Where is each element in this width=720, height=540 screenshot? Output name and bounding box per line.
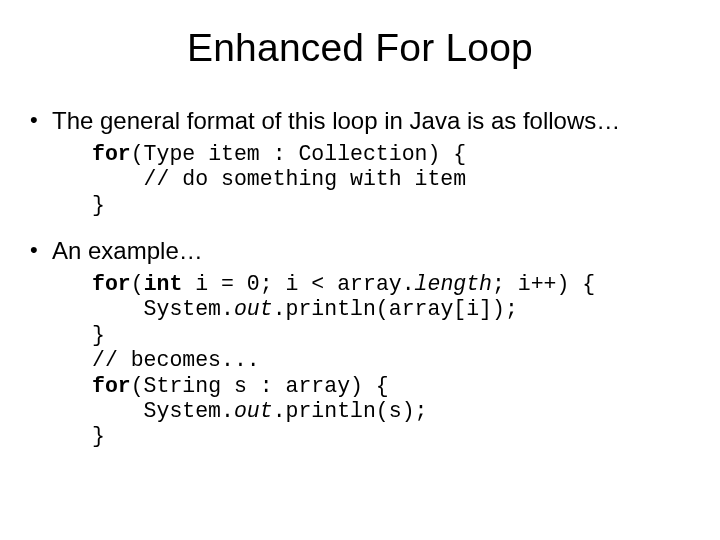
field-out: out: [234, 399, 273, 423]
code-text: (String s : array) {: [131, 374, 389, 398]
code-text: System.: [92, 399, 234, 423]
keyword-for: for: [92, 272, 131, 296]
bullet-example: An example…: [28, 236, 692, 266]
bullet-list: An example…: [28, 236, 692, 266]
field-length: length: [415, 272, 492, 296]
code-text: .println(s);: [273, 399, 428, 423]
code-text: // do something with item: [92, 167, 466, 191]
field-out: out: [234, 297, 273, 321]
code-text: (: [131, 272, 144, 296]
code-text: .println(array[i]);: [273, 297, 518, 321]
code-text: }: [92, 424, 105, 448]
code-text: }: [92, 193, 105, 217]
slide-title: Enhanced For Loop: [28, 26, 692, 70]
slide: Enhanced For Loop The general format of …: [0, 0, 720, 540]
code-text: (Type item : Collection) {: [131, 142, 466, 166]
code-text: }: [92, 323, 105, 347]
code-block-syntax: for(Type item : Collection) { // do some…: [92, 142, 692, 218]
code-comment: // becomes...: [92, 348, 260, 372]
keyword-for: for: [92, 142, 131, 166]
bullet-list: The general format of this loop in Java …: [28, 106, 692, 136]
keyword-for: for: [92, 374, 131, 398]
code-block-example: for(int i = 0; i < array.length; i++) { …: [92, 272, 692, 450]
keyword-int: int: [144, 272, 183, 296]
bullet-general-format: The general format of this loop in Java …: [28, 106, 692, 136]
code-text: ; i++) {: [492, 272, 595, 296]
code-text: i = 0; i < array.: [182, 272, 414, 296]
code-text: System.: [92, 297, 234, 321]
